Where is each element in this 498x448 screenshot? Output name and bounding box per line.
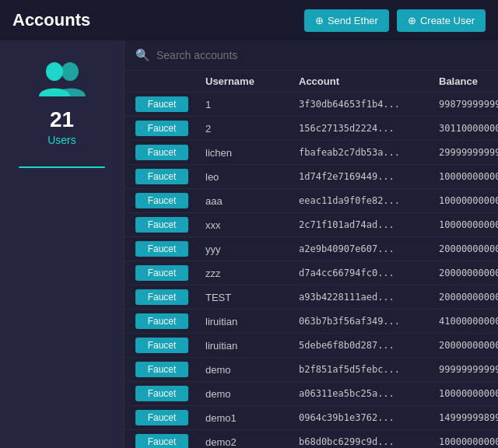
table-row: Faucetzzzd7a4cc66794fc0...20000000000000… [124, 261, 498, 285]
faucet-button[interactable]: Faucet [135, 121, 188, 136]
cell-balance: 10000000000000... [439, 171, 498, 182]
cell-username: 1 [205, 99, 299, 110]
cell-username: xxx [205, 219, 299, 231]
table-area: 🔍 Username Account Balance Faucet13f30db… [124, 40, 498, 448]
cell-username: demo [205, 364, 299, 376]
table-body: Faucet13f30db64653f1b4...99879999999998.… [124, 93, 498, 448]
svg-point-1 [61, 62, 79, 81]
faucet-button[interactable]: Faucet [135, 145, 188, 160]
plus-icon: ⊕ [315, 15, 324, 26]
table-row: Faucetyyya2e9b40907e607...20000000000000… [124, 237, 498, 261]
faucet-button[interactable]: Faucet [135, 362, 188, 377]
header-buttons: ⊕ Send Ether ⊕ Create User [304, 9, 486, 32]
faucet-button[interactable]: Faucet [135, 386, 188, 401]
cell-balance: 29999999999999... [439, 147, 498, 158]
cell-balance: 20000000000001... [439, 292, 498, 303]
cell-username: liruitian [205, 340, 299, 352]
cell-account: 063b7b3f56af349... [299, 316, 439, 327]
header: Accounts ⊕ Send Ether ⊕ Create User [0, 0, 498, 40]
sidebar: 21 Users [0, 40, 124, 448]
search-icon: 🔍 [135, 48, 150, 62]
table-row: Faucetaaaeeac11da9f0fe82...1000000000000… [124, 189, 498, 213]
cell-username: demo2 [205, 436, 299, 448]
cell-username: zzz [205, 268, 299, 279]
send-ether-button[interactable]: ⊕ Send Ether [304, 9, 389, 32]
cell-username: liruitian [205, 316, 299, 327]
table-row: Faucetlichenfbafeab2c7db53a...2999999999… [124, 141, 498, 165]
cell-account: a06311ea5bc25a... [299, 388, 439, 399]
table-row: Faucetleo1d74f2e7169449...10000000000000… [124, 165, 498, 189]
svg-point-0 [46, 62, 63, 81]
cell-balance: 14999999899999... [439, 412, 498, 423]
table-row: Faucetdemoa06311ea5bc25a...1000000000000… [124, 382, 498, 406]
cell-account: fbafeab2c7db53a... [299, 147, 439, 158]
cell-username: lichen [205, 147, 299, 159]
cell-balance: 10000000000000... [439, 195, 498, 206]
users-label: Users [47, 134, 76, 146]
main-content: 21 Users 🔍 Username Account Balance Fauc… [0, 40, 498, 448]
cell-username: TEST [205, 292, 299, 303]
search-input[interactable] [156, 49, 487, 61]
create-user-button[interactable]: ⊕ Create User [397, 9, 486, 32]
cell-account: 2c71f101ad74ad... [299, 219, 439, 230]
user-count: 21 [50, 107, 74, 132]
cell-balance: 10000000000000... [439, 436, 498, 447]
cell-balance: 20000000000000... [439, 340, 498, 351]
cell-username: yyy [205, 243, 299, 255]
faucet-button[interactable]: Faucet [135, 410, 188, 425]
table-row: Faucetliruitian5debe6f8b0d287...20000000… [124, 334, 498, 358]
col-account: Account [299, 75, 439, 87]
table-row: Faucet2156c27135d2224...30110000000000..… [124, 117, 498, 141]
cell-username: aaa [205, 195, 299, 207]
faucet-button[interactable]: Faucet [135, 338, 188, 353]
cell-username: leo [205, 171, 299, 183]
page-title: Accounts [12, 10, 90, 30]
cell-account: b2f851af5d5febc... [299, 364, 439, 375]
faucet-button[interactable]: Faucet [135, 217, 188, 233]
table-row: Faucetdemob2f851af5d5febc...999999999999… [124, 358, 498, 382]
create-user-label: Create User [420, 15, 475, 26]
sidebar-divider [19, 166, 105, 168]
col-action [135, 75, 205, 87]
faucet-button[interactable]: Faucet [135, 96, 188, 112]
cell-account: d7a4cc66794fc0... [299, 268, 439, 278]
send-ether-label: Send Ether [328, 15, 378, 26]
faucet-button[interactable]: Faucet [135, 193, 188, 208]
cell-account: 0964c39b1e3762... [299, 412, 439, 423]
table-row: Faucetdemo10964c39b1e3762...149999998999… [124, 406, 498, 430]
cell-account: 1d74f2e7169449... [299, 171, 439, 182]
cell-account: b68d0bc6299c9d... [299, 436, 439, 447]
cell-username: demo [205, 388, 299, 400]
faucet-button[interactable]: Faucet [135, 265, 188, 281]
cell-balance: 99879999999998... [439, 99, 498, 110]
table-header: Username Account Balance [124, 71, 498, 93]
faucet-button[interactable]: Faucet [135, 241, 188, 257]
faucet-button[interactable]: Faucet [135, 313, 188, 329]
cell-balance: 30110000000000... [439, 123, 498, 134]
faucet-button[interactable]: Faucet [135, 434, 188, 448]
cell-balance: 20000000000000... [439, 268, 498, 278]
cell-account: 3f30db64653f1b4... [299, 99, 439, 110]
search-bar: 🔍 [124, 40, 498, 71]
table-row: FaucetTESTa93b4228111aed...2000000000000… [124, 285, 498, 310]
cell-account: 5debe6f8b0d287... [299, 340, 439, 351]
cell-username: demo1 [205, 412, 299, 424]
cell-balance: 41000000000196... [439, 316, 498, 327]
col-username: Username [205, 75, 299, 87]
faucet-button[interactable]: Faucet [135, 289, 188, 305]
faucet-button[interactable]: Faucet [135, 169, 188, 184]
cell-account: eeac11da9f0fe82... [299, 195, 439, 206]
cell-balance: 10000000000000... [439, 219, 498, 230]
table-row: Faucetdemo2b68d0bc6299c9d...100000000000… [124, 430, 498, 448]
cell-balance: 99999999999979... [439, 364, 498, 375]
table-row: Faucetliruitian063b7b3f56af349...4100000… [124, 310, 498, 334]
cell-account: a2e9b40907e607... [299, 243, 439, 254]
table-row: Faucet13f30db64653f1b4...99879999999998.… [124, 93, 498, 117]
users-icon [37, 56, 87, 104]
plus-icon-2: ⊕ [408, 15, 416, 26]
col-balance: Balance [439, 75, 487, 87]
cell-username: 2 [205, 123, 299, 135]
cell-account: 156c27135d2224... [299, 123, 439, 134]
cell-account: a93b4228111aed... [299, 292, 439, 303]
cell-balance: 10000000000000... [439, 388, 498, 399]
